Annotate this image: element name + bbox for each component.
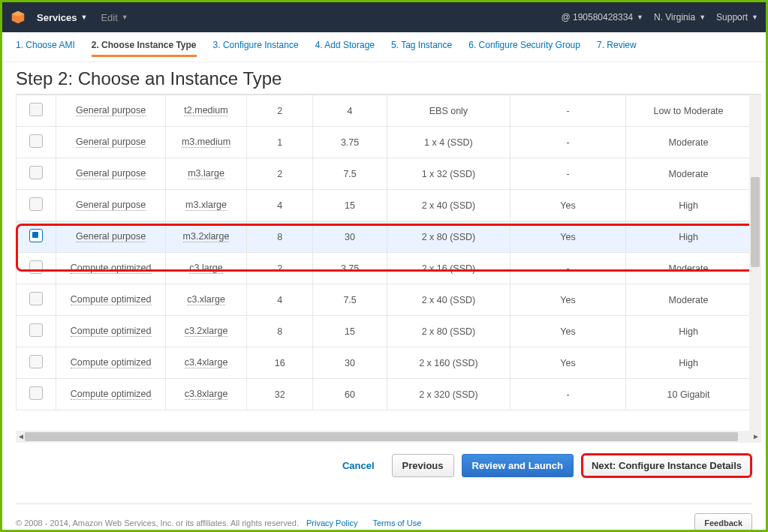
wizard-step-3[interactable]: 3. Configure Instance bbox=[213, 40, 299, 57]
instance-type: c3.8xlarge bbox=[185, 389, 228, 400]
row-checkbox[interactable] bbox=[29, 355, 43, 368]
wizard-step-6[interactable]: 6. Configure Security Group bbox=[468, 40, 580, 57]
edit-menu[interactable]: Edit ▼ bbox=[101, 12, 128, 23]
vcpu-cell: 8 bbox=[247, 316, 313, 347]
instance-family: General purpose bbox=[76, 137, 146, 148]
table-row[interactable]: Compute optimizedc3.8xlarge32602 x 320 (… bbox=[17, 379, 751, 410]
row-checkbox[interactable] bbox=[29, 166, 43, 179]
table-row[interactable]: General purposet2.medium24EBS only-Low t… bbox=[17, 95, 751, 127]
page-footer: © 2008 - 2014, Amazon Web Services, Inc.… bbox=[16, 503, 752, 532]
storage-cell: EBS only bbox=[387, 95, 510, 127]
top-navbar: Services ▼ Edit ▼ @ 190580428334 ▼ N. Vi… bbox=[2, 2, 766, 32]
terms-of-use-link[interactable]: Terms of Use bbox=[372, 518, 421, 527]
vcpu-cell: 32 bbox=[247, 379, 313, 410]
ebs-optimized-cell: - bbox=[510, 127, 626, 158]
network-perf-cell: Moderate bbox=[626, 284, 751, 316]
row-checkbox[interactable] bbox=[29, 134, 43, 148]
scroll-right-icon[interactable]: ► bbox=[752, 432, 760, 440]
row-checkbox[interactable] bbox=[29, 292, 43, 305]
vcpu-cell: 2 bbox=[247, 95, 313, 127]
memory-cell: 15 bbox=[313, 190, 387, 221]
support-menu[interactable]: Support ▼ bbox=[716, 12, 758, 23]
instance-type: c3.large bbox=[189, 263, 222, 274]
table-row[interactable]: General purposem3.2xlarge8302 x 80 (SSD)… bbox=[17, 221, 751, 253]
account-menu[interactable]: @ 190580428334 ▼ bbox=[561, 12, 643, 23]
region-menu[interactable]: N. Virginia ▼ bbox=[654, 12, 706, 23]
network-perf-cell: Moderate bbox=[626, 253, 751, 284]
instance-type-table: General purposet2.medium24EBS only-Low t… bbox=[16, 95, 751, 410]
table-row[interactable]: Compute optimizedc3.4xlarge16302 x 160 (… bbox=[17, 347, 751, 379]
wizard-steps: 1. Choose AMI2. Choose Instance Type3. C… bbox=[2, 32, 766, 62]
storage-cell: 2 x 40 (SSD) bbox=[387, 190, 510, 221]
memory-cell: 7.5 bbox=[313, 158, 387, 190]
network-perf-cell: High bbox=[626, 316, 751, 347]
vertical-scrollbar[interactable] bbox=[749, 95, 761, 431]
ebs-optimized-cell: Yes bbox=[510, 316, 626, 347]
instance-family: Compute optimized bbox=[71, 294, 152, 305]
network-perf-cell: Low to Moderate bbox=[626, 95, 751, 127]
privacy-policy-link[interactable]: Privacy Policy bbox=[306, 518, 357, 527]
vcpu-cell: 4 bbox=[247, 190, 313, 221]
instance-type: m3.2xlarge bbox=[183, 231, 230, 242]
vcpu-cell: 2 bbox=[247, 253, 313, 284]
table-row[interactable]: Compute optimizedc3.2xlarge8152 x 80 (SS… bbox=[17, 316, 751, 347]
cancel-button[interactable]: Cancel bbox=[333, 455, 384, 476]
vcpu-cell: 2 bbox=[247, 158, 313, 190]
review-and-launch-button[interactable]: Review and Launch bbox=[462, 454, 574, 477]
next-configure-instance-button[interactable]: Next: Configure Instance Details bbox=[581, 453, 752, 478]
instance-type: c3.4xlarge bbox=[185, 357, 228, 368]
account-label: @ 190580428334 bbox=[561, 12, 633, 23]
ebs-optimized-cell: - bbox=[510, 379, 626, 410]
memory-cell: 3.75 bbox=[313, 253, 387, 284]
instance-type: m3.xlarge bbox=[185, 200, 227, 211]
previous-button[interactable]: Previous bbox=[392, 454, 454, 477]
row-checkbox[interactable] bbox=[29, 260, 43, 274]
row-checkbox[interactable] bbox=[29, 229, 43, 242]
table-row[interactable]: General purposem3.medium13.751 x 4 (SSD)… bbox=[17, 127, 751, 158]
row-checkbox[interactable] bbox=[29, 197, 43, 211]
network-perf-cell: High bbox=[626, 221, 751, 253]
chevron-down-icon: ▼ bbox=[699, 14, 706, 21]
memory-cell: 30 bbox=[313, 347, 387, 379]
ebs-optimized-cell: - bbox=[510, 158, 626, 190]
wizard-step-7[interactable]: 7. Review bbox=[597, 40, 637, 57]
feedback-button[interactable]: Feedback bbox=[694, 513, 752, 532]
row-checkbox[interactable] bbox=[29, 103, 43, 116]
ebs-optimized-cell: Yes bbox=[510, 221, 626, 253]
vcpu-cell: 8 bbox=[247, 221, 313, 253]
storage-cell: 1 x 32 (SSD) bbox=[387, 158, 510, 190]
table-row[interactable]: Compute optimizedc3.large23.752 x 16 (SS… bbox=[17, 253, 751, 284]
instance-family: Compute optimized bbox=[71, 389, 152, 400]
instance-table-container: General purposet2.medium24EBS only-Low t… bbox=[16, 94, 761, 431]
scroll-left-icon[interactable]: ◄ bbox=[17, 432, 25, 440]
table-row[interactable]: General purposem3.large27.51 x 32 (SSD)-… bbox=[17, 158, 751, 190]
services-menu[interactable]: Services ▼ bbox=[37, 12, 87, 23]
wizard-step-5[interactable]: 5. Tag Instance bbox=[391, 40, 452, 57]
vcpu-cell: 4 bbox=[247, 284, 313, 316]
instance-type: t2.medium bbox=[184, 105, 227, 116]
horizontal-scrollbar[interactable]: ◄ ► bbox=[16, 431, 761, 443]
services-label: Services bbox=[37, 12, 77, 23]
support-label: Support bbox=[716, 12, 748, 23]
storage-cell: 2 x 16 (SSD) bbox=[387, 253, 510, 284]
region-label: N. Virginia bbox=[654, 12, 695, 23]
instance-type: c3.2xlarge bbox=[185, 326, 228, 337]
ebs-optimized-cell: Yes bbox=[510, 190, 626, 221]
scrollbar-thumb[interactable] bbox=[25, 432, 738, 441]
table-row[interactable]: General purposem3.xlarge4152 x 40 (SSD)Y… bbox=[17, 190, 751, 221]
wizard-step-4[interactable]: 4. Add Storage bbox=[315, 40, 375, 57]
row-checkbox[interactable] bbox=[29, 323, 43, 337]
memory-cell: 60 bbox=[313, 379, 387, 410]
network-perf-cell: 10 Gigabit bbox=[626, 379, 751, 410]
wizard-step-2[interactable]: 2. Choose Instance Type bbox=[92, 40, 197, 57]
table-row[interactable]: Compute optimizedc3.xlarge47.52 x 40 (SS… bbox=[17, 284, 751, 316]
memory-cell: 15 bbox=[313, 316, 387, 347]
storage-cell: 2 x 160 (SSD) bbox=[387, 347, 510, 379]
row-checkbox[interactable] bbox=[29, 386, 43, 400]
ebs-optimized-cell: Yes bbox=[510, 347, 626, 379]
scrollbar-thumb[interactable] bbox=[751, 177, 760, 267]
vcpu-cell: 16 bbox=[247, 347, 313, 379]
network-perf-cell: Moderate bbox=[626, 158, 751, 190]
instance-type: m3.medium bbox=[182, 137, 230, 148]
wizard-step-1[interactable]: 1. Choose AMI bbox=[16, 40, 75, 57]
